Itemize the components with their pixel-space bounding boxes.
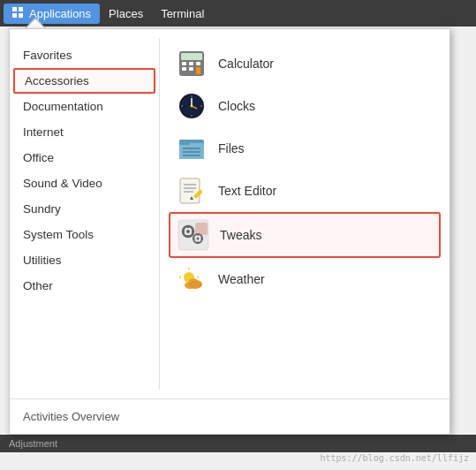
- svg-rect-8: [196, 62, 200, 65]
- files-icon: [176, 133, 208, 164]
- category-other[interactable]: Other: [10, 273, 159, 299]
- svg-rect-45: [193, 238, 195, 240]
- category-favorites[interactable]: Favorites: [10, 42, 159, 68]
- calculator-icon: [176, 48, 208, 80]
- svg-point-42: [197, 238, 200, 240]
- category-office[interactable]: Office: [10, 145, 159, 171]
- weather-label: Weather: [218, 272, 265, 286]
- files-label: Files: [218, 141, 245, 155]
- app-calculator[interactable]: Calculator: [169, 42, 441, 85]
- svg-rect-1: [19, 7, 23, 11]
- tweaks-label: Tweaks: [220, 228, 261, 242]
- svg-rect-0: [12, 7, 17, 11]
- svg-rect-46: [201, 238, 204, 240]
- svg-rect-22: [179, 143, 204, 159]
- category-utilities[interactable]: Utilities: [10, 247, 159, 273]
- tweaks-icon: [178, 219, 209, 251]
- watermark: https://blog.csdn.net/llfijz: [320, 453, 469, 463]
- svg-rect-11: [196, 67, 200, 74]
- app-weather[interactable]: Weather: [169, 258, 441, 300]
- category-internet[interactable]: Internet: [10, 119, 159, 145]
- category-list: Favorites Accessories Documentation Inte…: [10, 38, 160, 390]
- app-clocks[interactable]: Clocks: [169, 85, 441, 127]
- svg-rect-5: [181, 53, 202, 60]
- app-text-editor[interactable]: Text Editor: [169, 170, 441, 212]
- calculator-label: Calculator: [218, 57, 274, 71]
- menubar-places[interactable]: Places: [100, 4, 152, 24]
- svg-point-57: [189, 281, 202, 289]
- svg-rect-3: [19, 13, 23, 18]
- svg-rect-39: [182, 231, 185, 233]
- menubar-terminal[interactable]: Terminal: [152, 4, 213, 24]
- menubar: Applications Places Terminal: [0, 0, 476, 27]
- svg-rect-2: [12, 13, 17, 18]
- category-sundry[interactable]: Sundry: [10, 196, 159, 222]
- places-label: Places: [109, 7, 143, 20]
- category-system-tools[interactable]: System Tools: [10, 222, 159, 247]
- svg-rect-10: [189, 67, 193, 71]
- apps-list: Calculator: [160, 38, 450, 390]
- text-editor-label: Text Editor: [218, 184, 276, 198]
- svg-rect-27: [180, 178, 200, 203]
- svg-rect-6: [182, 62, 186, 65]
- svg-rect-47: [195, 223, 208, 235]
- menubar-applications[interactable]: Applications: [4, 4, 100, 24]
- svg-rect-44: [197, 242, 200, 245]
- svg-rect-7: [189, 62, 193, 65]
- svg-rect-37: [187, 225, 190, 228]
- category-accessories[interactable]: Accessories: [13, 68, 155, 94]
- svg-point-36: [186, 230, 190, 233]
- svg-rect-38: [187, 235, 190, 238]
- clocks-label: Clocks: [218, 99, 255, 113]
- svg-rect-40: [192, 231, 194, 233]
- dropdown-content: Favorites Accessories Documentation Inte…: [10, 29, 450, 398]
- svg-rect-9: [182, 67, 186, 71]
- clocks-icon: [176, 90, 208, 122]
- grid-icon: [12, 7, 25, 19]
- dropdown-arrow: [26, 19, 44, 28]
- app-files[interactable]: Files: [169, 127, 441, 170]
- bottom-bar: Adjustment: [0, 435, 476, 452]
- category-sound-video[interactable]: Sound & Video: [10, 171, 159, 196]
- terminal-label: Terminal: [161, 7, 204, 20]
- svg-rect-23: [179, 140, 190, 145]
- activities-overview[interactable]: Activities Overview: [10, 398, 450, 434]
- app-tweaks[interactable]: Tweaks: [169, 212, 441, 258]
- weather-icon: [176, 263, 208, 295]
- category-documentation[interactable]: Documentation: [10, 94, 159, 119]
- text-editor-icon: [176, 175, 208, 207]
- dropdown-panel: Favorites Accessories Documentation Inte…: [9, 28, 450, 435]
